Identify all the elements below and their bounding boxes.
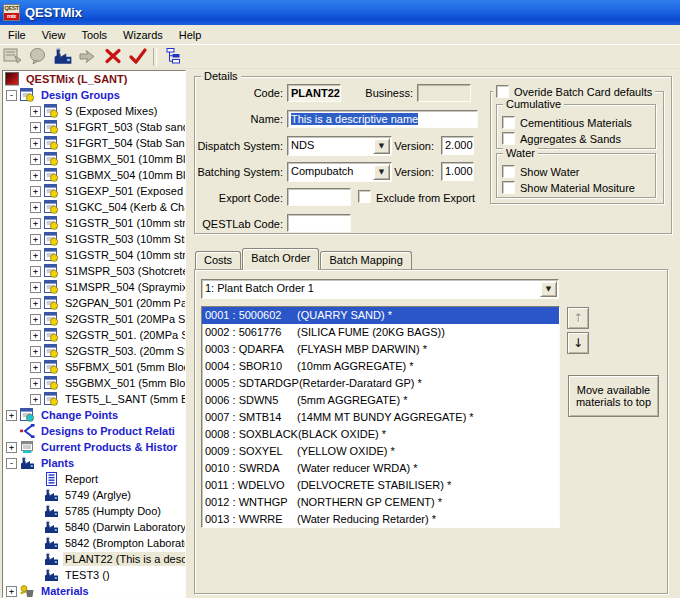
override-batch-card-checkbox[interactable] [496,85,509,98]
tab-batch-mapping[interactable]: Batch Mapping [320,251,411,269]
tree-item[interactable]: PLANT22 (This is a descri [3,551,185,567]
tree-item[interactable]: TEST3 () [3,567,185,583]
tree-item[interactable]: +S1FGRT_504 (Stab Sand [3,135,185,151]
title-bar[interactable]: QEST mix QESTMix [0,0,680,25]
expand-toggle[interactable]: + [30,186,41,197]
tree-item[interactable]: +S (Exposed Mixes) [3,103,185,119]
tree-item[interactable]: +Current Products & Histor [3,439,185,455]
expand-toggle[interactable]: - [6,458,17,469]
expand-toggle[interactable]: + [6,586,17,597]
expand-toggle[interactable]: + [30,138,41,149]
tree-item[interactable]: +S1GKC_504 (Kerb & Cha [3,199,185,215]
show-water-checkbox[interactable] [502,165,515,178]
tree-item[interactable]: +S1GSTR_504 (10mm stru [3,247,185,263]
tree-item[interactable]: 5785 (Humpty Doo) [3,503,185,519]
tree-item[interactable]: Report [3,471,185,487]
tab-batch-order[interactable]: Batch Order [242,248,319,270]
cementitious-materials-checkbox[interactable] [502,116,515,129]
menu-item-help[interactable]: Help [171,27,210,43]
exclude-from-export-checkbox[interactable] [358,190,371,203]
tree-item[interactable]: +S1FGRT_503 (Stab sand [3,119,185,135]
tree-item[interactable]: +S1GBMX_501 (10mm Blo [3,151,185,167]
delete-button[interactable] [100,46,125,68]
expand-toggle[interactable]: + [30,394,41,405]
tab-costs[interactable]: Costs [195,251,241,269]
tree-item[interactable]: -Design Groups [3,87,185,103]
batch-order-row[interactable]: 0008 : SOXBLACK(BLACK OXIDE) * [202,426,559,443]
menu-item-file[interactable]: File [0,27,34,43]
tree-item[interactable]: +S1MSPR_504 (Spraymixe [3,279,185,295]
expand-toggle[interactable]: + [30,362,41,373]
business-field[interactable] [417,84,471,102]
tree-item[interactable]: 5842 (Brompton Laborato [3,535,185,551]
expand-toggle[interactable]: + [6,442,17,453]
expand-toggle[interactable]: + [30,266,41,277]
batch-order-row[interactable]: 0010 : SWRDA(Water reducer WRDA) * [202,460,559,477]
expand-toggle[interactable]: + [30,330,41,341]
qestlab-code-field[interactable] [287,214,351,232]
export-code-field[interactable] [287,188,351,206]
tree-view-button[interactable] [160,46,185,68]
batch-order-row[interactable]: 0005 : SDTARDGP(Retarder-Daratard GP) * [202,375,559,392]
name-field[interactable]: This is a descriptive name [287,110,478,128]
show-material-moisture-checkbox[interactable] [502,181,515,194]
tree-item[interactable]: +S1GBMX_504 (10mm Blo [3,167,185,183]
expand-toggle[interactable]: + [30,218,41,229]
tree-item[interactable]: +Change Points [3,407,185,423]
tree-item[interactable]: QESTMix (L_SANT) [3,71,185,87]
expand-toggle[interactable]: + [30,378,41,389]
expand-toggle[interactable]: + [30,298,41,309]
tree-item[interactable]: +S1GSTR_503 (10mm Stru [3,231,185,247]
expand-toggle[interactable]: + [30,346,41,357]
batch-order-row[interactable]: 0001 : 5000602(QUARRY SAND) * [202,307,559,324]
tree-item[interactable]: -Plants [3,455,185,471]
expand-toggle[interactable]: + [30,314,41,325]
tree-item[interactable]: +Materials [3,583,185,598]
tree-item[interactable]: +S2GSTR_503. (20mm Str [3,343,185,359]
expand-toggle[interactable]: + [30,202,41,213]
tree-item[interactable]: +S2GSTR_501 (20MPa Str [3,311,185,327]
batch-order-row[interactable]: 0012 : WNTHGP(NORTHERN GP CEMENT) * [202,494,559,511]
tree-item[interactable]: +S1GSTR_501 (10mm stru [3,215,185,231]
dispatch-version-field[interactable]: 2.000 [441,136,474,155]
tree-item[interactable]: +S1GEXP_501 (Exposed M [3,183,185,199]
menu-item-tools[interactable]: Tools [73,27,115,43]
batch-order-combo-dropdown-button[interactable]: ▼ [540,281,557,297]
tree-item[interactable]: +S2GPAN_501 (20mm Pan [3,295,185,311]
move-down-button[interactable]: ↓ [567,332,589,354]
batch-order-row[interactable]: 0002 : 5061776(SILICA FUME (20KG BAGS)) [202,324,559,341]
batch-order-row[interactable]: 0013 : WWRRE(Water Reducing Retarder) * [202,511,559,528]
batch-order-row[interactable]: 0004 : SBOR10(10mm AGGREGATE) * [202,358,559,375]
expand-toggle[interactable]: + [6,410,17,421]
tree-item[interactable]: 5840 (Darwin Laboratory [3,519,185,535]
expand-toggle[interactable]: + [30,234,41,245]
tree-item[interactable]: +TEST5_L_SANT (5mm Blo [3,391,185,407]
batch-order-row[interactable]: 0011 : WDELVO(DELVOCRETE STABILISER) * [202,477,559,494]
plant-button[interactable] [50,46,75,68]
move-up-button[interactable]: ↑ [567,307,589,329]
expand-toggle[interactable]: + [30,154,41,165]
menu-item-wizards[interactable]: Wizards [115,27,171,43]
batching-version-field[interactable]: 1.000 [441,162,474,181]
tree-item[interactable]: +S5GBMX_501 (5mm Bloc [3,375,185,391]
tree-item[interactable]: Designs to Product Relati [3,423,185,439]
tree-item[interactable]: +S5FBMX_501 (5mm Block [3,359,185,375]
batch-order-row[interactable]: 0006 : SDWN5(5mm AGGREGATE) * [202,392,559,409]
batch-order-row[interactable]: 0003 : QDARFA(FLYASH MBP DARWIN) * [202,341,559,358]
expand-toggle[interactable]: + [30,106,41,117]
tree-item[interactable]: +S1MSPR_503 (Shotcrete) [3,263,185,279]
tree-item[interactable]: 5749 (Arglye) [3,487,185,503]
aggregates-sands-checkbox[interactable] [502,132,515,145]
move-available-materials-button[interactable]: Move available materials to top [568,375,659,417]
apply-button[interactable] [125,46,150,68]
batch-order-row[interactable]: 0009 : SOXYEL(YELLOW OXIDE) * [202,443,559,460]
expand-toggle[interactable]: + [30,282,41,293]
expand-toggle[interactable]: + [30,170,41,181]
menu-item-view[interactable]: View [34,27,74,43]
expand-toggle[interactable]: + [30,122,41,133]
expand-toggle[interactable]: + [30,250,41,261]
batch-order-row[interactable]: 0007 : SMTB14(14MM MT BUNDY AGGREGATE) * [202,409,559,426]
batch-order-selector-combo[interactable]: 1: Plant Batch Order 1 ▼ [201,279,559,299]
tree-item[interactable]: +S2GSTR_501. (20MPa St [3,327,185,343]
expand-toggle[interactable]: - [6,90,17,101]
